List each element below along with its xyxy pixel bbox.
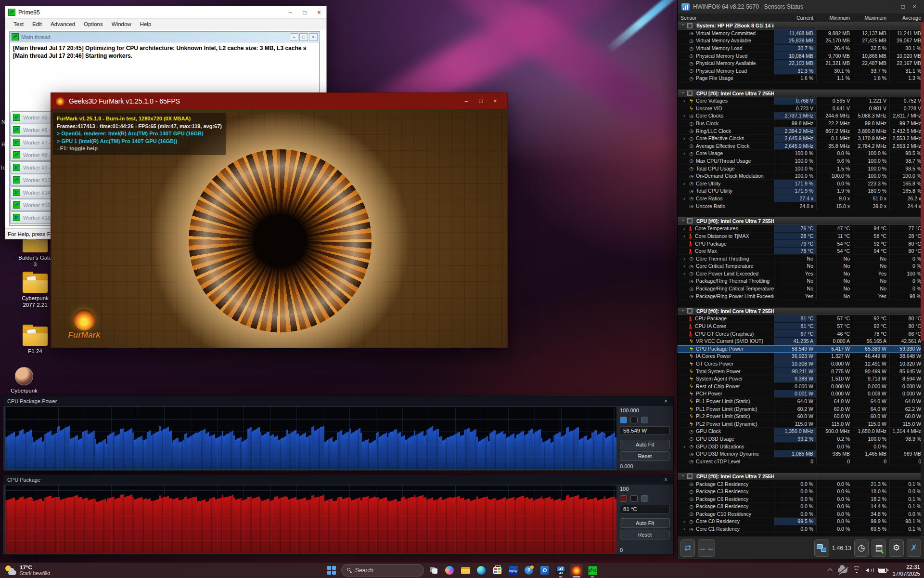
taskbar-icon-outlook[interactable]: O bbox=[539, 564, 551, 577]
tray-overflow-chevron-icon[interactable] bbox=[827, 568, 833, 574]
taskbar-icon-edge[interactable] bbox=[475, 564, 488, 577]
expand-chevron-icon[interactable]: › bbox=[683, 113, 687, 118]
minimize-button[interactable]: – bbox=[886, 0, 897, 13]
menu-item-test[interactable]: Test bbox=[9, 21, 28, 27]
sensor-row[interactable]: ◷Package C6 Residency0.0 %0.0 %18.2 %0.1… bbox=[678, 495, 924, 503]
sensor-row[interactable]: ◷Package/Ring Thermal ThrottlingNoNoNo0 … bbox=[678, 277, 924, 285]
sensor-section-header[interactable]: ›CPU [#0]: Intel Core Ultra 7 255H bbox=[678, 90, 924, 97]
sensor-row[interactable]: ›◷Core Effective Clocks2,645.9 MHz0.1 MH… bbox=[678, 135, 924, 143]
sensor-row[interactable]: ◷Physical Memory Used10,084 MB9,700 MB10… bbox=[678, 52, 924, 60]
reset-button[interactable]: Reset bbox=[620, 451, 670, 461]
auto-fit-button[interactable]: Auto Fit bbox=[620, 518, 670, 528]
sensor-row[interactable]: ϟGT Cores Power10.308 W0.000 W12.491 W10… bbox=[678, 360, 924, 368]
collapse-button[interactable]: →← bbox=[698, 539, 715, 557]
hwinfo-titlebar[interactable]: HWiNFO® 64 v8.22-5670 - Sensors Status –… bbox=[678, 0, 924, 13]
maximize-button[interactable]: □ bbox=[897, 0, 909, 13]
series-color-swatch[interactable] bbox=[641, 495, 648, 502]
sensor-row[interactable]: ◷Package C10 Residency0.0 %0.0 %34.8 %0.… bbox=[678, 511, 924, 518]
furmark-titlebar[interactable]: Geeks3D FurMark v1.25.1.0 - 65FPS – □ × bbox=[51, 93, 507, 109]
search-box[interactable]: Search bbox=[341, 564, 424, 577]
expand-chevron-icon[interactable]: › bbox=[683, 444, 687, 449]
taskbar-icon-hwinfo[interactable] bbox=[554, 564, 567, 577]
sensor-row[interactable]: ›◷Core C1 Residency0.0 %0.0 %69.5 %0.1 % bbox=[678, 525, 924, 533]
settings-gear-button[interactable]: ⚙ bbox=[889, 539, 903, 557]
sensor-row[interactable]: ϟPL1 Power Limit (Static)64.0 W64.0 W64.… bbox=[678, 398, 924, 406]
sensor-row[interactable]: ›◷Core C0 Residency99.5 %0.0 %99.9 %98.1… bbox=[678, 518, 924, 525]
sensor-row[interactable]: ◷Virtual Memory Available25,839 MB25,170… bbox=[678, 37, 924, 45]
sensor-row[interactable]: ◷Page File Usage1.6 %1.1 %1.6 %1.3 % bbox=[678, 75, 924, 82]
sensor-row[interactable]: ◷Package/Ring Power Limit ExceededYesNoY… bbox=[678, 292, 924, 300]
chevron-down-icon[interactable]: › bbox=[680, 24, 686, 27]
menu-item-window[interactable]: Window bbox=[107, 21, 136, 27]
close-icon[interactable]: × bbox=[662, 476, 669, 483]
taskbar-icon-myhp[interactable]: myhp bbox=[507, 564, 519, 577]
battery-icon[interactable] bbox=[878, 568, 887, 573]
series-color-swatch[interactable] bbox=[630, 495, 638, 502]
column-header-current[interactable]: Current bbox=[774, 15, 816, 21]
sensor-row[interactable]: ◷Virtual Memory Load30.7 %26.4 %32.5 %30… bbox=[678, 45, 924, 53]
series-color-swatch[interactable] bbox=[630, 417, 638, 423]
sensor-row[interactable]: ◷Total CPU Usage100.0 %1.5 %100.0 %98.5 … bbox=[678, 165, 924, 172]
sensor-row[interactable]: ›Core Temperatures76 °C47 °C94 °C77 °C bbox=[678, 225, 924, 233]
remote-monitor-button[interactable] bbox=[814, 539, 829, 557]
chevron-down-icon[interactable]: › bbox=[680, 474, 686, 478]
close-button[interactable]: × bbox=[312, 6, 326, 18]
expand-chevron-icon[interactable]: › bbox=[683, 181, 687, 186]
sensor-row[interactable]: ◷Package C8 Residency0.0 %0.0 %14.4 %0.1… bbox=[678, 503, 924, 511]
minimize-button[interactable]: – bbox=[290, 33, 298, 41]
menu-item-edit[interactable]: Edit bbox=[28, 21, 46, 27]
taskbar-icon-file-explorer[interactable] bbox=[459, 564, 472, 577]
reset-button[interactable]: Reset bbox=[620, 530, 670, 539]
sensor-row[interactable]: ›ϟCore Voltages0.768 V0.595 V1.221 V0.75… bbox=[678, 97, 924, 105]
close-sensors-button[interactable]: ✗ bbox=[907, 539, 921, 557]
sensor-row[interactable]: CPU Package79 °C54 °C92 °C80 °C bbox=[678, 240, 924, 248]
sensor-row[interactable]: ϟUncore VID0.723 V0.641 V0.981 V0.728 V bbox=[678, 105, 924, 113]
sensor-row[interactable]: Core Max78 °C54 °C94 °C80 °C bbox=[678, 248, 924, 255]
onedrive-paused-icon[interactable] bbox=[838, 567, 847, 573]
sensor-row[interactable]: ◷Max CPU/Thread Usage100.0 %9.6 %100.0 %… bbox=[678, 158, 924, 165]
clock-button[interactable]: ◷ bbox=[854, 539, 869, 557]
scrollbar[interactable] bbox=[921, 22, 924, 537]
column-header-average[interactable]: Average bbox=[889, 15, 924, 21]
sensor-row[interactable]: ◷Bus Clock99.8 MHz22.2 MHz99.8 MHz99.7 M… bbox=[678, 120, 924, 128]
sensor-row[interactable]: ϟPL2 Power Limit (Static)60.0 W60.0 W60.… bbox=[678, 413, 924, 420]
column-header-maximum[interactable]: Maximum bbox=[853, 15, 889, 21]
sensor-row[interactable]: ϟIA Cores Power36.923 W1.327 W46.449 W38… bbox=[678, 353, 924, 360]
prime95-titlebar[interactable]: 2ᴾ Prime95 – □ × bbox=[5, 6, 326, 19]
expand-chevron-icon[interactable]: › bbox=[683, 263, 687, 269]
auto-fit-button[interactable]: Auto Fit bbox=[620, 440, 670, 449]
sensor-row[interactable]: ◷Package C2 Residency0.0 %0.0 %21.3 %0.1… bbox=[678, 480, 924, 488]
sensor-row[interactable]: ›◷Core Clocks2,737.1 MHz244.6 MHz5,088.3… bbox=[678, 112, 924, 120]
minimize-button[interactable]: – bbox=[459, 93, 474, 109]
sensor-row[interactable]: ›Core Distance to TjMAX28 °C11 °C58 °C28… bbox=[678, 233, 924, 240]
sensor-row[interactable]: ›◷Core Power Limit ExceededYesNoYes100 % bbox=[678, 270, 924, 278]
report-button[interactable]: ▤ bbox=[872, 539, 886, 557]
minimize-button[interactable]: – bbox=[283, 6, 297, 18]
sensor-row[interactable]: ◷On-Demand Clock Modulation100.0 %100.0 … bbox=[678, 172, 924, 180]
taskbar-icon-start[interactable] bbox=[325, 564, 338, 577]
sensor-section-header[interactable]: ›CPU [#0]: Intel Core Ultra 7 255H: C-St… bbox=[678, 473, 924, 481]
sensor-row[interactable]: CPU IA Cores81 °C57 °C92 °C80 °C bbox=[678, 323, 924, 330]
maximize-button[interactable]: □ bbox=[474, 93, 488, 109]
taskbar-icon-microsoft-store[interactable] bbox=[491, 564, 503, 577]
taskbar-icon-get-help[interactable]: ? bbox=[523, 564, 535, 577]
taskbar-icon-task-view[interactable] bbox=[427, 564, 440, 577]
close-icon[interactable]: × bbox=[662, 398, 669, 405]
close-button[interactable]: × bbox=[488, 93, 502, 109]
close-button[interactable]: × bbox=[309, 33, 318, 41]
sensor-row[interactable]: ◷Uncore Ratio24.0 x15.0 x39.0 x24.4 x bbox=[678, 202, 924, 210]
sensor-row[interactable]: ›◷Core Critical TemperatureNoNoNo0 % bbox=[678, 263, 924, 270]
series-color-swatch[interactable] bbox=[641, 417, 648, 423]
graph-titlebar[interactable]: CPU Package × bbox=[3, 475, 673, 485]
sensor-section-header[interactable]: ›CPU [#0]: Intel Core Ultra 7 255H: DTS bbox=[678, 217, 924, 225]
sensor-row[interactable]: ◷Package/Ring Critical TemperatureNoNoNo… bbox=[678, 285, 924, 293]
sensor-row[interactable]: ›◷Core Ratios27.4 x9.0 x51.0 x26.2 x bbox=[678, 195, 924, 203]
sensor-row[interactable]: ϟTotal System Power90.211 W8.775 W90.499… bbox=[678, 368, 924, 375]
chevron-down-icon[interactable]: › bbox=[680, 92, 686, 95]
sensor-row[interactable]: ◷Package C3 Residency0.0 %0.0 %18.0 %0.0… bbox=[678, 488, 924, 496]
taskbar-weather-widget[interactable]: 17°C Stark bewölkt bbox=[5, 563, 50, 578]
taskbar-icon-copilot[interactable] bbox=[443, 564, 456, 577]
expand-chevron-icon[interactable]: › bbox=[683, 526, 687, 532]
main-thread-titlebar[interactable]: 2ᴾ Main thread – □ × bbox=[10, 32, 320, 42]
sensor-row[interactable]: ϟSystem Agent Power9.388 W1.510 W9.713 W… bbox=[678, 375, 924, 383]
